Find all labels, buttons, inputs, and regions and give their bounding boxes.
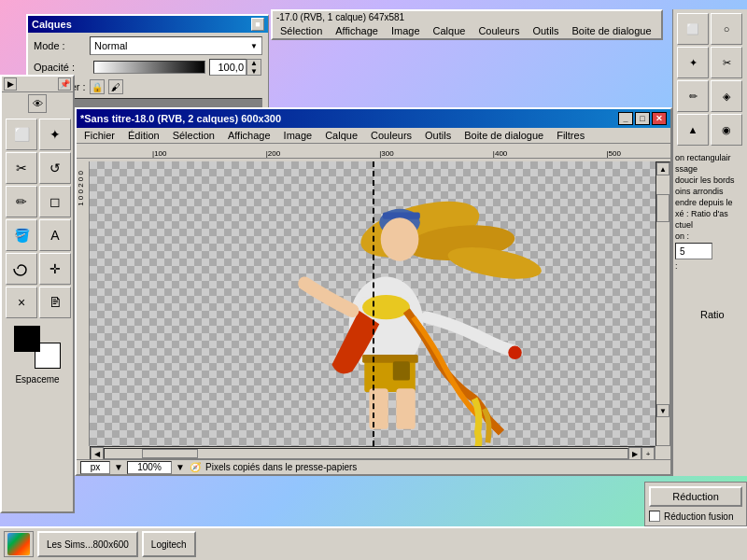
reduction-button[interactable]: Réduction (649, 486, 742, 507)
reduction-fusion-row: Réduction fusion (649, 511, 742, 522)
clone-tool[interactable]: 🖹 (39, 287, 71, 318)
toolbox-eye-icon: 👁 (28, 94, 47, 113)
status-unit-arrow[interactable]: ▼ (114, 462, 123, 472)
sel-opt-rect: on rectangulair (675, 153, 745, 162)
menu-image[interactable]: Image (278, 129, 318, 142)
ruler-h-ticks: |100 |200 |300 |400 |500 (103, 149, 670, 158)
toolbox: ▶ 📌 👁 ⬜ ✦ ✂ ↺ ✏ ◻ 🪣 A ✛ × 🖹 Espaceme (0, 75, 75, 513)
opacity-slider[interactable] (93, 61, 205, 74)
titlebar-buttons: _ □ ✕ (618, 112, 667, 125)
menu-selection[interactable]: Sélection (167, 129, 220, 142)
toolbox-header: ▶ 📌 (2, 77, 73, 92)
status-unit[interactable]: px (80, 461, 110, 474)
gimp-menu-boite[interactable]: Boite de dialogue (567, 24, 657, 37)
menu-fichier[interactable]: Fichier (78, 129, 120, 142)
fg-color[interactable] (14, 326, 40, 352)
scrollbar-vertical[interactable]: ▲ ▼ (655, 161, 670, 446)
gimp-menu-affichage[interactable]: Affichage (330, 24, 384, 37)
gimp-menubar: Sélection Affichage Image Calque Couleur… (273, 23, 661, 38)
right-tool-8[interactable]: ◉ (711, 114, 742, 146)
spiral-tool[interactable] (6, 253, 37, 285)
sel-value-input[interactable]: 5 (675, 243, 712, 259)
mode-select[interactable]: Normal ▼ (90, 36, 262, 55)
scroll-up-btn[interactable]: ▲ (656, 162, 669, 175)
ruler-h-0: |100 (103, 149, 217, 158)
gimp-menu-calque[interactable]: Calque (428, 24, 472, 37)
layers-opacity-row: Opacité : 100,0 ▲▼ (34, 59, 262, 76)
tool-colors (14, 326, 61, 369)
right-tool-7[interactable]: ▲ (677, 114, 709, 146)
opacity-value[interactable]: 100,0 (209, 59, 247, 76)
gimp-menu-image[interactable]: Image (386, 24, 426, 37)
sel-opt-arrondis: oins arrondis (675, 187, 745, 196)
layers-mode-row: Mode : Normal ▼ (34, 36, 262, 55)
scroll-down-btn[interactable]: ▼ (656, 404, 669, 417)
sel-colon: : (675, 261, 745, 271)
bucket-tool[interactable]: 🪣 (6, 219, 37, 251)
fuzzy-tool[interactable]: ✦ (39, 119, 71, 150)
scroll-thumb-v[interactable] (656, 194, 669, 222)
gimp-menu-outils[interactable]: Outils (527, 24, 564, 37)
reduction-panel: Réduction Réduction fusion (644, 482, 747, 526)
scroll-right-btn[interactable]: ▶ (628, 447, 641, 460)
move-tool[interactable]: ✛ (39, 253, 71, 285)
scroll-corner[interactable]: + (641, 447, 655, 460)
status-zoom[interactable]: 100% (127, 461, 172, 474)
right-tool-6[interactable]: ◈ (711, 80, 742, 112)
status-zoom-arrow[interactable]: ▼ (176, 462, 185, 472)
mode-label: Mode : (34, 40, 90, 51)
opacity-label: Opacité : (34, 62, 90, 73)
start-btn[interactable] (4, 531, 34, 557)
ruler-h-200: |200 (217, 149, 331, 158)
paintbrush-icon[interactable]: 🖌 (108, 79, 123, 94)
menu-affichage[interactable]: Affichage (222, 129, 276, 142)
task-sims[interactable]: Les Sims...800x600 (37, 531, 138, 557)
taskbar: Les Sims...800x600 Logitech (0, 526, 747, 560)
menu-outils[interactable]: Outils (419, 129, 457, 142)
info-icon: 🧭 (189, 461, 202, 474)
image-canvas[interactable] (90, 161, 655, 446)
gimp-title-text: -17.0 (RVB, 1 calque) 647x581 (276, 12, 404, 22)
sel-opt-passage: ssage (675, 164, 745, 174)
rect-select-tool[interactable]: ⬜ (6, 119, 37, 150)
opacity-spinner[interactable]: ▲▼ (247, 59, 261, 76)
toolbox-pin[interactable]: 📌 (58, 77, 71, 91)
menu-boite[interactable]: Boite de dialogue (458, 129, 549, 142)
task-logitech[interactable]: Logitech (142, 531, 196, 557)
right-tool-5[interactable]: ✏ (677, 80, 709, 112)
toolbox-eye: 👁 (2, 92, 73, 115)
menu-calque[interactable]: Calque (319, 129, 363, 142)
scroll-thumb-h[interactable] (142, 449, 198, 458)
gimp-menu-selection[interactable]: Sélection (275, 24, 328, 37)
minimize-btn[interactable]: _ (618, 112, 633, 125)
scroll-left-btn[interactable]: ◀ (91, 447, 104, 460)
right-tool-4[interactable]: ✂ (711, 47, 742, 78)
sel-opt-val: on : (675, 231, 745, 241)
menu-filtres[interactable]: Filtres (551, 129, 590, 142)
status-message: Pixels copiés dans le presse-papiers (205, 462, 667, 472)
layers-title: Calques (32, 19, 72, 30)
eraser-tool[interactable]: ◻ (39, 186, 71, 217)
layers-close-btn[interactable]: ■ (251, 18, 264, 31)
right-tool-3[interactable]: ✦ (677, 47, 709, 78)
lock-icon[interactable]: 🔒 (90, 79, 105, 94)
rotate-tool[interactable]: ↺ (39, 152, 71, 184)
image-titlebar: *Sans titre-18.0 (RVB, 2 calques) 600x30… (77, 109, 670, 128)
toolbox-icon[interactable]: ▶ (4, 77, 17, 91)
menu-edition[interactable]: Édition (122, 129, 165, 142)
ruler-vertical: 1 0 0 2 0 0 (77, 161, 90, 446)
ruler-h-400: |400 (444, 149, 557, 158)
right-tool-1[interactable]: ⬜ (677, 13, 709, 45)
right-tool-2[interactable]: ○ (711, 13, 742, 45)
cross-tool[interactable]: × (6, 287, 37, 318)
maximize-btn[interactable]: □ (635, 112, 650, 125)
ruler-h-500: |500 (557, 149, 670, 158)
text-tool[interactable]: A (39, 219, 71, 251)
reduction-fusion-checkbox[interactable] (649, 511, 660, 522)
menu-couleurs[interactable]: Couleurs (365, 129, 417, 142)
gimp-menu-couleurs[interactable]: Couleurs (472, 24, 525, 37)
image-window: *Sans titre-18.0 (RVB, 2 calques) 600x30… (75, 107, 672, 476)
close-btn[interactable]: ✕ (652, 112, 667, 125)
pencil-tool[interactable]: ✏ (6, 186, 37, 217)
crop-tool[interactable]: ✂ (6, 152, 37, 184)
